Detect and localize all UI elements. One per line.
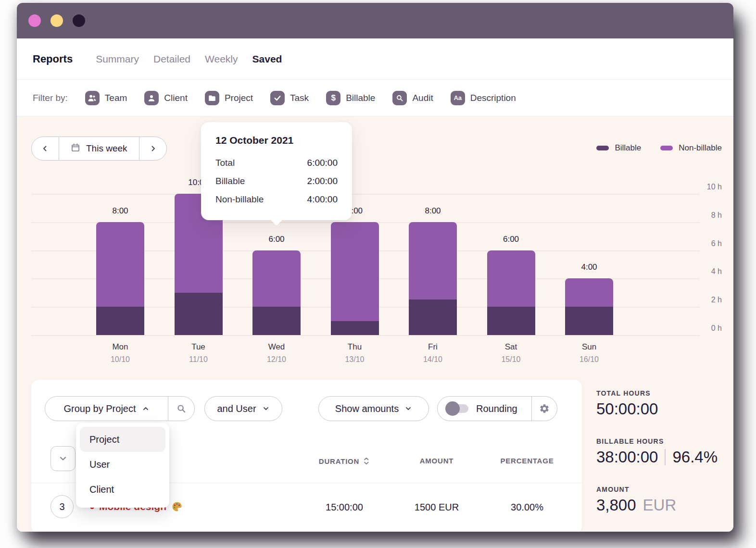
filter-team[interactable]: Team [85,91,127,105]
app-window: Reports Summary Detailed Weekly Saved Fi… [17,3,733,532]
window-close-button[interactable] [28,14,41,27]
billable-segment [487,307,535,335]
billable-hours-time: 38:00:00 [596,448,658,466]
total-hours-label: TOTAL HOURS [596,389,651,397]
y-axis-tick: 0 h [698,324,722,333]
tooltip-billable-label: Billable [215,176,245,187]
bar-sun[interactable] [565,278,613,335]
y-axis-tick: 8 h [698,211,722,220]
date-range-button[interactable]: This week [59,137,139,160]
bar-total-label: 8:00 [409,206,457,216]
rounding-toggle-area[interactable]: Rounding [438,403,531,414]
x-axis-day: Mon [96,342,144,352]
column-header-duration[interactable]: DURATION [319,457,370,465]
y-axis-tick: 6 h [698,239,722,248]
bar-total-label: 6:00 [252,235,301,244]
tooltip-row-billable: Billable 2:00:00 [215,172,338,190]
bar-fri[interactable] [409,222,457,335]
amount-number: 3,800 [596,496,636,514]
legend-billable[interactable]: Billable [596,143,641,153]
tab-weekly[interactable]: Weekly [205,53,238,65]
date-range-picker: This week [31,137,167,161]
amount-header-label: AMOUNT [420,457,454,465]
amount-label: AMOUNT [596,486,630,493]
bar-sat[interactable] [487,250,535,335]
gridline [31,335,700,336]
non-billable-segment [331,222,379,321]
page-title: Reports [33,53,73,65]
billable-segment [331,321,379,335]
x-axis-date: 10/10 [96,355,144,364]
menu-item-user[interactable]: User [80,452,165,477]
expand-row-button[interactable] [50,446,76,471]
filter-description[interactable]: Aa Description [451,91,516,105]
filter-audit-label: Audit [412,93,433,103]
legend-non-billable-label: Non-billable [679,143,722,153]
team-icon [85,91,100,105]
amount-currency: EUR [643,496,677,514]
column-header-amount[interactable]: AMOUNT [420,457,454,465]
tab-summary[interactable]: Summary [96,53,139,65]
filter-project-label: Project [225,93,253,103]
rounding-toggle[interactable] [446,403,468,414]
toggle-knob [445,401,460,416]
billable-segment [96,307,144,335]
group-by-control: Group by Project [45,396,195,421]
show-amounts-button[interactable]: Show amounts [318,396,429,421]
filter-client[interactable]: Client [144,91,188,105]
next-week-button[interactable] [139,137,166,160]
billable-hours-value: 38:00:00 96.4% [596,448,718,466]
rounding-settings-button[interactable] [532,397,557,421]
window-maximize-button[interactable] [73,14,85,27]
row-amount: 1500 EUR [415,502,459,513]
non-billable-segment [409,222,457,300]
row-percentage: 30.00% [511,502,543,513]
duration-header-label: DURATION [319,457,359,465]
x-axis-day: Fri [409,342,457,352]
bar-wed[interactable] [252,250,301,335]
row-count-badge[interactable]: 3 [50,495,74,518]
y-axis-tick: 2 h [698,296,722,304]
menu-item-project[interactable]: Project [80,427,165,452]
secondary-group-label: and User [217,403,256,414]
bar-mon[interactable] [96,222,144,335]
window-minimize-button[interactable] [50,14,63,27]
amount-value: 3,800 EUR [596,496,676,514]
chevron-down-icon [58,454,68,463]
legend-billable-label: Billable [615,143,641,153]
x-axis-day: Wed [252,342,301,352]
gear-icon [539,403,550,414]
billable-segment [175,293,223,335]
search-icon [176,403,187,414]
filter-task-label: Task [290,93,309,103]
rounding-control: Rounding [437,396,557,421]
menu-item-client[interactable]: Client [80,477,165,502]
chart-tooltip: 12 October 2021 Total 6:00:00 Billable 2… [201,122,352,220]
tab-detailed[interactable]: Detailed [153,53,190,65]
filter-bar: Filter by: Team Client Project [17,80,733,116]
tab-saved[interactable]: Saved [252,53,282,65]
bar-total-label: 6:00 [487,235,535,244]
group-by-menu: Project User Client [76,423,169,508]
total-hours-value: 50:00:00 [596,400,658,418]
legend-non-billable[interactable]: Non-billable [660,143,722,153]
group-by-button[interactable]: Group by Project [45,397,168,421]
filter-task[interactable]: Task [270,91,309,105]
x-axis-day: Tue [175,342,223,352]
billable-swatch [596,146,609,150]
bar-thu[interactable] [331,222,379,335]
client-icon [144,91,159,105]
filter-project[interactable]: Project [205,91,253,105]
group-search-button[interactable] [168,397,194,421]
column-header-percentage[interactable]: PERCENTAGE [500,457,554,465]
secondary-group-button[interactable]: and User [204,396,282,421]
group-by-label: Group by Project [63,403,136,414]
chevron-down-icon [404,405,412,412]
top-navigation: Reports Summary Detailed Weekly Saved [17,38,733,80]
calendar-icon [71,143,80,155]
filter-billable-label: Billable [346,93,375,103]
filter-audit[interactable]: Audit [392,91,433,105]
filter-billable[interactable]: $ Billable [326,91,375,105]
previous-week-button[interactable] [32,137,59,160]
chevron-down-icon [262,405,270,412]
